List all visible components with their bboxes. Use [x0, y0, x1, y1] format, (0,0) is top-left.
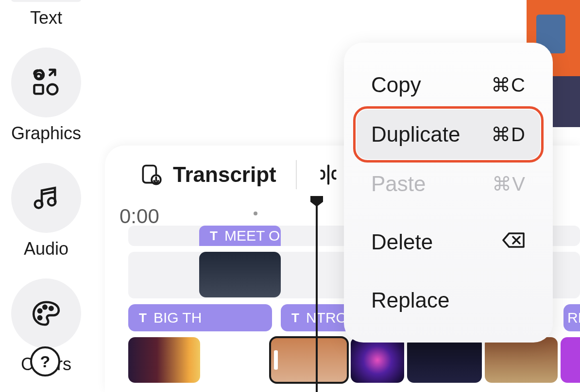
- svg-point-1: [48, 84, 58, 95]
- transcript-icon: [139, 163, 163, 187]
- sidebar-label-text: Text: [30, 8, 62, 28]
- timeline-marker-dot: [254, 212, 257, 215]
- tab-divider: [296, 160, 297, 189]
- menu-copy-label: Copy: [371, 73, 421, 97]
- text-clip-big[interactable]: T BIG TH: [128, 304, 272, 331]
- context-menu: Copy ⌘C Duplicate ⌘D Paste ⌘V Delete Rep…: [344, 43, 553, 343]
- sidebar-item-audio[interactable]: Audio: [11, 163, 81, 259]
- sidebar: Text Graphics: [0, 0, 92, 392]
- media-clip-6[interactable]: [561, 337, 580, 383]
- text-clip-rn[interactable]: RN: [563, 304, 580, 331]
- tab-transcript[interactable]: Transcript: [139, 163, 276, 187]
- menu-item-replace[interactable]: Replace: [357, 276, 540, 325]
- menu-duplicate-shortcut: ⌘D: [491, 123, 526, 146]
- sidebar-label-audio: Audio: [24, 239, 68, 259]
- menu-copy-shortcut: ⌘C: [491, 74, 526, 96]
- text-clip-meet-label: MEET O: [224, 228, 280, 244]
- timeline-track-media-2[interactable]: [128, 337, 580, 383]
- menu-item-copy[interactable]: Copy ⌘C: [357, 60, 540, 110]
- graphics-icon: [11, 48, 81, 117]
- menu-spacer: [357, 267, 540, 276]
- menu-spacer: [357, 209, 540, 217]
- help-button[interactable]: ?: [30, 346, 60, 376]
- text-type-icon: T: [139, 310, 147, 326]
- media-clip-1[interactable]: [128, 337, 200, 383]
- svg-point-5: [43, 306, 46, 309]
- audio-icon: [11, 163, 81, 233]
- menu-item-paste: Paste ⌘V: [357, 159, 540, 209]
- text-clip-meet[interactable]: T MEET O: [199, 226, 281, 246]
- menu-paste-label: Paste: [371, 172, 426, 196]
- colors-icon: [11, 278, 81, 348]
- svg-rect-0: [34, 85, 43, 94]
- menu-item-duplicate[interactable]: Duplicate ⌘D: [357, 110, 540, 159]
- media-clip-3[interactable]: [351, 337, 404, 383]
- text-clip-big-label: BIG TH: [154, 310, 202, 326]
- text-type-icon: T: [291, 310, 299, 326]
- sidebar-label-graphics: Graphics: [11, 123, 81, 144]
- delete-key-icon: [502, 231, 526, 253]
- tab-split[interactable]: [316, 163, 341, 187]
- tab-transcript-label: Transcript: [173, 163, 276, 187]
- text-icon: [11, 0, 81, 2]
- svg-point-6: [50, 307, 52, 310]
- media-clip-5[interactable]: [485, 337, 558, 383]
- media-clip-4[interactable]: [407, 337, 482, 383]
- split-icon: [316, 163, 341, 187]
- media-clip-phone[interactable]: [199, 252, 281, 297]
- svg-point-7: [38, 316, 41, 319]
- sidebar-item-graphics[interactable]: Graphics: [11, 48, 81, 144]
- svg-point-4: [38, 310, 41, 312]
- text-clip-rn-label: RN: [567, 310, 580, 326]
- media-clip-2-selected[interactable]: [270, 337, 348, 383]
- menu-delete-label: Delete: [371, 230, 433, 254]
- menu-paste-shortcut: ⌘V: [492, 173, 526, 195]
- menu-replace-label: Replace: [371, 288, 449, 312]
- text-type-icon: T: [210, 229, 218, 244]
- menu-item-delete[interactable]: Delete: [357, 217, 540, 267]
- timeline-playhead[interactable]: [316, 196, 318, 392]
- text-clip-intro-label: NTRO: [306, 310, 347, 326]
- menu-duplicate-label: Duplicate: [371, 122, 460, 147]
- sidebar-item-text[interactable]: Text: [11, 0, 81, 28]
